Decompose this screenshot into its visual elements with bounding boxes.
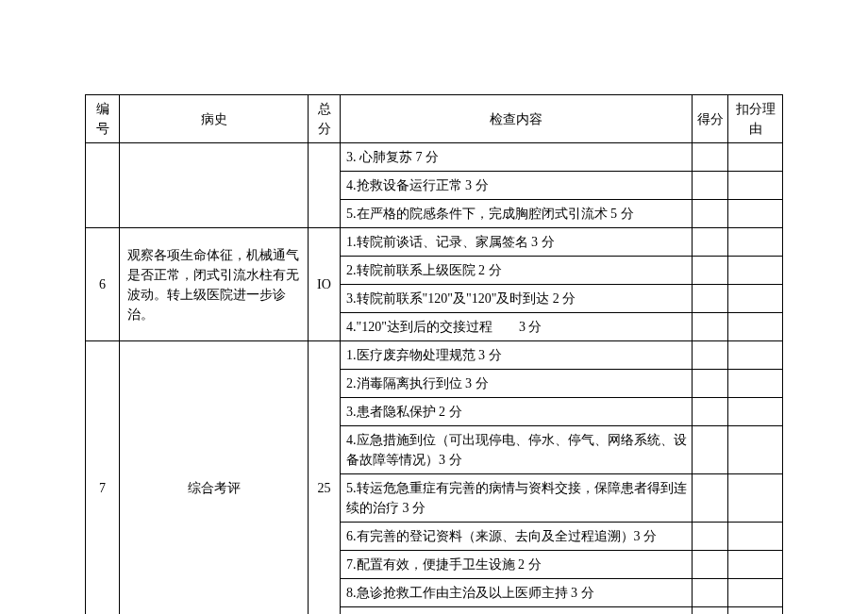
content-cell: 2.消毒隔离执行到位 3 分 [341, 370, 693, 398]
row-total: IO [309, 228, 341, 341]
score-cell [693, 257, 728, 285]
score-cell [693, 370, 728, 398]
evaluation-table: 编号 病史 总分 检查内容 得分 扣分理由 3. 心肺复苏 7 分 4.抢救设备… [85, 94, 783, 614]
score-cell [693, 200, 728, 228]
header-num: 编号 [86, 95, 120, 143]
table-row: 3. 心肺复苏 7 分 [86, 143, 783, 172]
reason-cell [728, 172, 783, 200]
reason-cell [728, 285, 783, 313]
reason-cell [728, 257, 783, 285]
score-cell [693, 143, 728, 172]
header-content: 检查内容 [341, 95, 693, 143]
row-history: 观察各项生命体征，机械通气是否正常，闭式引流水柱有无波动。转上级医院进一步诊治。 [120, 228, 309, 341]
content-cell: 3.转院前联系"120"及"120"及时到达 2 分 [341, 285, 693, 313]
header-score: 得分 [693, 95, 728, 143]
reason-cell [728, 607, 783, 615]
score-cell [693, 474, 728, 523]
row-history: 综合考评 [120, 341, 309, 615]
content-cell: 1.医疗废弃物处理规范 3 分 [341, 341, 693, 370]
reason-cell [728, 370, 783, 398]
reason-cell [728, 474, 783, 523]
row-num: 6 [86, 228, 120, 341]
reason-cell [728, 579, 783, 607]
score-cell [693, 607, 728, 615]
reason-cell [728, 523, 783, 551]
table-row: 6 观察各项生命体征，机械通气是否正常，闭式引流水柱有无波动。转上级医院进一步诊… [86, 228, 783, 257]
header-total: 总分 [309, 95, 341, 143]
content-cell: 3. 心肺复苏 7 分 [341, 143, 693, 172]
table-row: 7 综合考评 25 1.医疗废弃物处理规范 3 分 [86, 341, 783, 370]
content-cell: 1.转院前谈话、记录、家属签名 3 分 [341, 228, 693, 257]
reason-cell [728, 341, 783, 370]
content-cell: 7.配置有效，便捷手卫生设施 2 分 [341, 551, 693, 579]
content-cell: 5.转运危急重症有完善的病情与资料交接，保障患者得到连续的治疗 3 分 [341, 474, 693, 523]
content-cell: 6.有完善的登记资料（来源、去向及全过程追溯）3 分 [341, 523, 693, 551]
score-cell [693, 579, 728, 607]
content-cell: 4.应急措施到位（可出现停电、停水、停气、网络系统、设备故障等情况）3 分 [341, 426, 693, 474]
content-cell: 4."120"达到后的交接过程 3 分 [341, 313, 693, 341]
reason-cell [728, 143, 783, 172]
row-num: 7 [86, 341, 120, 615]
score-cell [693, 172, 728, 200]
score-cell [693, 551, 728, 579]
reason-cell [728, 426, 783, 474]
score-cell [693, 426, 728, 474]
score-cell [693, 285, 728, 313]
score-cell [693, 398, 728, 426]
reason-cell [728, 398, 783, 426]
content-cell: 3.患者隐私保护 2 分 [341, 398, 693, 426]
reason-cell [728, 228, 783, 257]
score-cell [693, 523, 728, 551]
content-cell: 5.在严格的院感条件下，完成胸腔闭式引流术 5 分 [341, 200, 693, 228]
score-cell [693, 341, 728, 370]
content-cell: 2.转院前联系上级医院 2 分 [341, 257, 693, 285]
score-cell [693, 228, 728, 257]
header-reason: 扣分理由 [728, 95, 783, 143]
content-cell: 9.病情危重转运时有医护人员护送陪同，有交接记录 [341, 607, 693, 615]
content-cell: 4.抢救设备运行正常 3 分 [341, 172, 693, 200]
row-total: 25 [309, 341, 341, 615]
score-cell [693, 313, 728, 341]
reason-cell [728, 200, 783, 228]
header-history: 病史 [120, 95, 309, 143]
table-header-row: 编号 病史 总分 检查内容 得分 扣分理由 [86, 95, 783, 143]
reason-cell [728, 551, 783, 579]
content-cell: 8.急诊抢救工作由主治及以上医师主持 3 分 [341, 579, 693, 607]
reason-cell [728, 313, 783, 341]
